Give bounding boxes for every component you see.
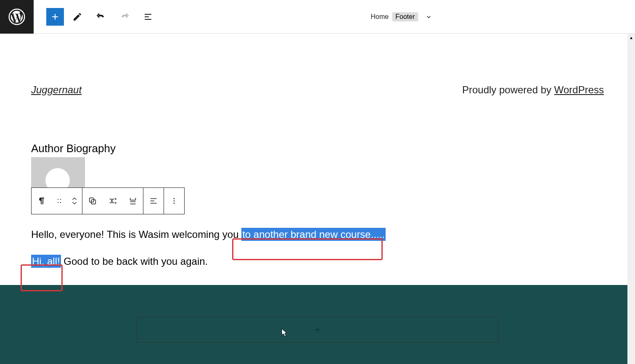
site-title-link[interactable]: Juggernaut <box>31 84 82 96</box>
bio-p1-selected-text: to another brand new course..... <box>241 228 386 241</box>
redo-button[interactable] <box>114 7 135 27</box>
plus-icon <box>50 12 60 22</box>
plus-icon <box>313 325 322 334</box>
editor-canvas[interactable]: Juggernaut Proudly powered by WordPress … <box>0 34 635 364</box>
undo-icon <box>96 12 106 22</box>
svg-point-3 <box>58 202 58 203</box>
svg-point-8 <box>174 200 175 202</box>
scroll-up-arrow[interactable]: ▲ <box>627 34 635 41</box>
paragraph-icon <box>37 196 47 206</box>
editor-top-toolbar: Home Footer <box>0 0 635 34</box>
svg-point-4 <box>60 202 61 203</box>
chevron-down-icon <box>71 201 78 205</box>
redo-icon <box>119 12 130 22</box>
vertical-scrollbar[interactable]: ▲ <box>627 34 635 364</box>
list-view-icon <box>143 12 153 22</box>
footer-credit-row: Juggernaut Proudly powered by WordPress <box>0 34 635 96</box>
author-avatar[interactable] <box>31 157 85 187</box>
shuffle-icon <box>108 196 117 206</box>
add-block-placeholder-button[interactable] <box>136 317 499 343</box>
bio-paragraph-1[interactable]: Hello, everyone! This is Wasim welcoming… <box>0 214 635 242</box>
bio-paragraph-2[interactable]: Hi, all! Good to be back with you again. <box>0 242 635 269</box>
move-up-down-buttons[interactable] <box>67 188 82 214</box>
insert-button[interactable] <box>123 188 143 214</box>
add-block-button[interactable] <box>46 8 64 26</box>
chevron-down-icon <box>425 13 432 21</box>
toolbar-left-group <box>34 7 158 27</box>
more-vertical-icon <box>169 196 179 206</box>
align-button[interactable] <box>143 188 164 214</box>
bio-p2-text: Good to be back with you again. <box>61 256 208 267</box>
drag-icon <box>56 197 63 205</box>
author-bio-heading[interactable]: Author Biography <box>31 142 604 155</box>
shuffle-button[interactable] <box>103 188 123 214</box>
more-options-button[interactable] <box>164 188 184 214</box>
list-view-button[interactable] <box>138 7 158 27</box>
wordpress-link[interactable]: WordPress <box>554 84 604 95</box>
breadcrumb-navigation[interactable]: Home Footer <box>371 12 433 21</box>
wordpress-icon <box>8 8 25 25</box>
breadcrumb-footer[interactable]: Footer <box>392 12 418 21</box>
wordpress-logo-button[interactable] <box>0 0 34 34</box>
bio-p2-selected-text: Hi, all! <box>31 255 61 268</box>
chevron-up-icon <box>71 197 78 201</box>
paragraph-block-type-button[interactable] <box>32 188 52 214</box>
svg-point-1 <box>58 199 58 200</box>
powered-by-text: Proudly powered by WordPress <box>462 84 604 96</box>
powered-by-prefix: Proudly powered by <box>462 84 554 95</box>
block-toolbar <box>31 187 185 214</box>
insert-icon <box>128 196 138 206</box>
undo-button[interactable] <box>91 7 111 27</box>
dark-footer-block[interactable] <box>0 285 635 364</box>
drag-handle[interactable] <box>52 188 67 214</box>
bio-p1-text: Hello, everyone! This is Wasim welcoming… <box>31 229 241 240</box>
svg-point-9 <box>174 203 175 204</box>
author-bio-section: Author Biography <box>0 96 635 214</box>
copy-block-button[interactable] <box>82 188 103 214</box>
svg-point-2 <box>60 199 61 200</box>
breadcrumb-home[interactable]: Home <box>371 13 389 21</box>
align-left-icon <box>149 196 158 206</box>
pencil-icon <box>72 12 82 22</box>
avatar-placeholder-icon <box>45 168 70 187</box>
copy-icon <box>88 196 97 206</box>
svg-point-7 <box>174 198 175 199</box>
edit-mode-button[interactable] <box>67 7 87 27</box>
